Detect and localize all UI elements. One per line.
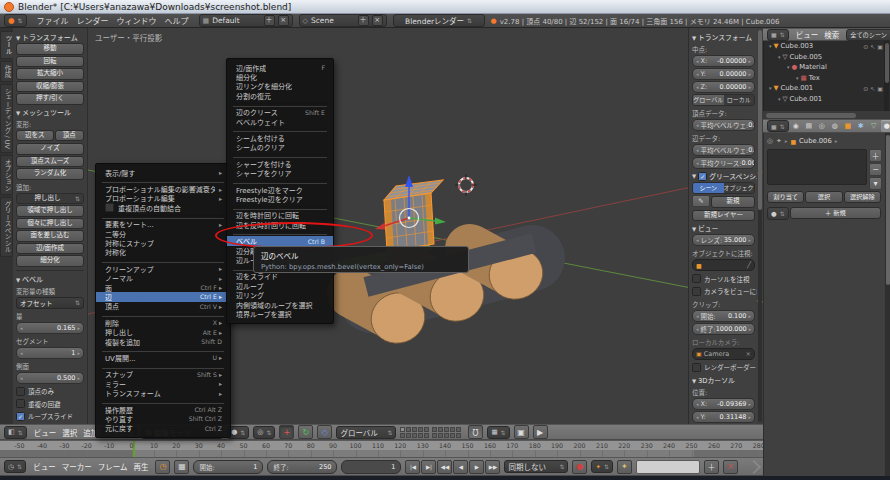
menu-item[interactable]: 押し出しAlt E ▸ [96, 327, 230, 336]
toolshelf-tab[interactable]: 作成 [0, 61, 13, 82]
layer-toggle[interactable] [400, 433, 405, 438]
screen-layout-selector[interactable]: ▦ Default ＋ × [199, 14, 293, 27]
menu-item[interactable]: フレーム [95, 461, 131, 472]
sync-mode-selector[interactable]: 同期しない ⇅ [504, 460, 568, 473]
menu-item[interactable]: Freestyle辺をマーク [227, 185, 333, 194]
menu-item[interactable]: ミラー▸ [96, 379, 230, 388]
checkbox-icon[interactable] [698, 172, 707, 181]
layer-toggle[interactable] [444, 433, 449, 438]
action-button[interactable]: 割り当て [767, 191, 804, 203]
menu-item[interactable]: プロポーショナル編集の影響減衰タイプ▸ [96, 184, 230, 193]
vertex-slide-button[interactable]: 頂点 [55, 130, 84, 142]
render-engine-selector[interactable]: Blenderレンダー ⇅ [393, 14, 485, 27]
key-icon-button[interactable]: ✦ [617, 460, 632, 474]
renderable-icon[interactable]: ▣ [877, 43, 883, 50]
menu-item[interactable]: シャープを付ける [227, 159, 333, 168]
render-layers-tab[interactable]: ▤ [803, 120, 815, 132]
eyedropper-icon[interactable]: ╱ [747, 261, 751, 269]
number-field[interactable]: 0.165 [16, 322, 84, 334]
layer-toggle[interactable] [432, 427, 437, 432]
layer-toggle[interactable] [424, 433, 429, 438]
number-field[interactable]: 平均ベベルウェ:0.00 [692, 144, 755, 156]
menu-item[interactable]: シームのクリア [227, 143, 333, 152]
menu-item[interactable]: ファイル [33, 15, 73, 26]
add-slot-button[interactable]: ＋ [869, 149, 882, 162]
menu-item[interactable]: 分割の復元 [227, 91, 333, 100]
new-material-button[interactable]: ＋ 新規 [790, 207, 881, 219]
menu-item[interactable]: 対称化 [96, 248, 230, 257]
layer-toggle[interactable] [418, 427, 423, 432]
scrollbar-thumb[interactable] [758, 30, 762, 210]
menu-item[interactable]: 内側領域のループを選択 [227, 300, 333, 309]
layer-toggle[interactable] [450, 427, 455, 432]
menu-item[interactable]: 検索 [821, 29, 842, 40]
new-layer-button[interactable]: 新規レイヤー [692, 210, 755, 222]
expander-icon[interactable]: ▾ [787, 64, 790, 70]
scene-toggle[interactable]: シーン [693, 183, 724, 193]
timeline-ruler[interactable]: -50-40-30-20-100102030405060708090100110… [0, 440, 763, 458]
menu-item[interactable]: スナップShift S ▸ [96, 370, 230, 379]
world-tab[interactable]: ◍ [829, 120, 841, 132]
auto-keyframe-record-button[interactable]: ● [572, 460, 587, 474]
scrollbar-thumb[interactable] [886, 135, 890, 285]
playback-button-4[interactable]: ▶ [469, 460, 484, 474]
layer-toggle[interactable] [424, 427, 429, 432]
render-opengl-button[interactable]: ▣ [514, 425, 529, 439]
layer-toggle[interactable] [456, 427, 461, 432]
width-type-dropdown[interactable]: オフセット ⇅ [16, 297, 84, 309]
playback-button-0[interactable]: |◀ [405, 460, 420, 474]
tool-button[interactable]: 面を差し込む [16, 230, 84, 242]
panel-header-transform[interactable]: トランスフォーム [16, 32, 84, 42]
menu-item[interactable]: 複製を追加Shift D [96, 337, 230, 346]
manipulator-rotate-button[interactable]: ↻ [298, 425, 313, 439]
menu-item[interactable]: ビュー [30, 461, 59, 472]
lock-object-field[interactable]: ■ ╱ [692, 259, 755, 271]
close-icon[interactable]: × [746, 350, 751, 358]
outliner-hscrollbar[interactable] [763, 111, 890, 119]
editor-type-selector[interactable]: ● ⇅ [4, 14, 27, 27]
properties-scrollbar[interactable] [885, 133, 890, 477]
lock-cursor-checkbox[interactable]: カーソルを注視 [692, 274, 755, 284]
outliner-row[interactable]: ▾▽Cube.005 [764, 52, 890, 63]
playback-button-1[interactable]: ▶| [421, 460, 436, 474]
menu-item[interactable]: ウィンドウ [113, 15, 161, 26]
menu-item[interactable]: ヘルプ [161, 15, 193, 26]
action-button[interactable]: 選択解除 [844, 191, 881, 203]
tool-button[interactable]: 辺/面作成 [16, 243, 84, 255]
menu-item[interactable]: レンダー [73, 15, 113, 26]
menu-item[interactable]: 辺リングを細分化 [227, 82, 333, 91]
number-field[interactable]: X:-0.00000 [692, 55, 755, 67]
menu-item[interactable]: ノーマル▸ [96, 274, 230, 283]
snap-element-selector[interactable]: ▦ ⇅ [487, 426, 509, 439]
panel-header-bevel[interactable]: ベベル [16, 274, 84, 284]
tool-button[interactable]: 拡大縮小 [16, 68, 84, 80]
keying-set-dropdown[interactable]: ✦ ⇅ [591, 460, 612, 473]
menu-item[interactable]: 辺ループ [227, 281, 333, 290]
number-field[interactable]: 終了:1000.000 [692, 323, 755, 335]
menu-item[interactable]: クリーンアップ▸ [96, 264, 230, 273]
menu-item[interactable]: 元に戻すCtrl Z [96, 424, 230, 433]
panel-header-view[interactable]: ビュー [692, 223, 755, 233]
checkbox-row[interactable]: 頂点のみ [16, 386, 84, 396]
tool-button[interactable]: ノイズ [16, 143, 84, 155]
preview-range-button[interactable]: ◷ [155, 460, 170, 474]
scrollbar-thumb[interactable] [885, 43, 889, 83]
menu-item[interactable]: シャープをクリア [227, 169, 333, 178]
menu-item[interactable]: 要素をソート...▸ [96, 220, 230, 229]
tool-button[interactable]: 押す/引く [16, 93, 84, 105]
tool-button[interactable]: 移動 [16, 43, 84, 55]
tool-button[interactable]: 収縮/膨張 [16, 81, 84, 93]
number-field[interactable]: X:-0.09369 [692, 398, 755, 410]
snap-magnet-icon[interactable]: Ω [468, 425, 483, 439]
menu-item[interactable]: 辺Ctrl E ▸ [96, 292, 230, 301]
number-field[interactable]: Z:0.00000 [692, 81, 755, 93]
tool-button[interactable]: 回転 [16, 56, 84, 68]
number-field[interactable]: 平均ベベルウェ:0.00 [692, 119, 755, 131]
menu-item[interactable]: ビュー [793, 29, 822, 40]
number-field[interactable]: Y:0.00000 [692, 68, 755, 80]
menu-item[interactable]: 表示/隠す▸ [96, 168, 230, 177]
slot-specials-button[interactable]: ▾ [869, 177, 882, 190]
gpencil-new-button[interactable]: 新規 [711, 196, 755, 208]
expander-icon[interactable]: ▾ [778, 96, 781, 102]
renderable-icon[interactable]: ▣ [877, 85, 883, 92]
